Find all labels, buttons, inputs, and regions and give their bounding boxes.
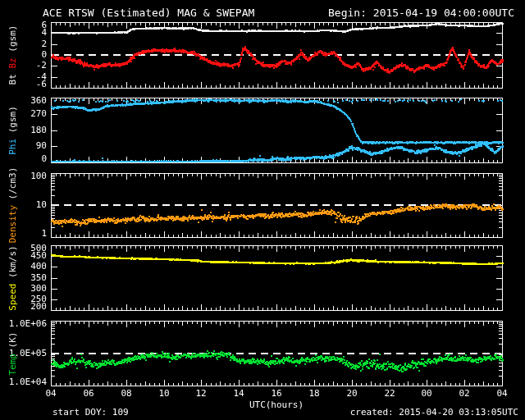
begin-timestamp: Begin: 2015-04-19 04:00:00UTC bbox=[328, 7, 514, 19]
x-axis-label: UTC(hours) bbox=[249, 399, 304, 410]
footer-start-doy: start DOY: 109 bbox=[52, 407, 129, 418]
plot-title: ACE RTSW (Estimated) MAG & SWEPAM bbox=[43, 7, 254, 19]
ace-rtsw-plot-screen: ACE RTSW (Estimated) MAG & SWEPAM Begin:… bbox=[0, 0, 525, 420]
plot-canvas bbox=[0, 0, 525, 420]
footer-created-timestamp: created: 2015-04-20 03:13:05UTC bbox=[350, 407, 518, 418]
